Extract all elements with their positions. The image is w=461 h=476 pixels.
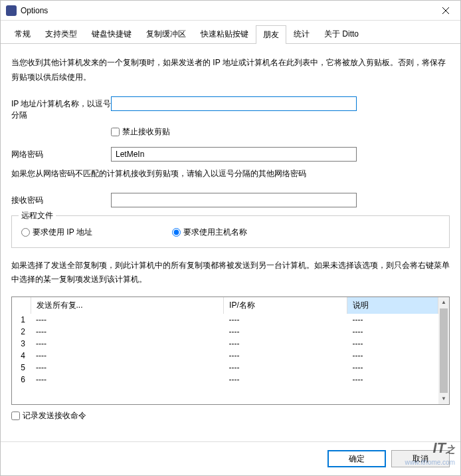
table-row[interactable]: 1------------ — [12, 314, 438, 326]
intro-description: 当您收到其他计算机发来的一个复制项时，如果发送者的 IP 地址或计算机名在此列表… — [11, 56, 450, 84]
log-send-recv-label: 记录发送接收命令 — [23, 410, 86, 421]
radio-require-ip-input[interactable] — [21, 228, 30, 237]
network-password-label: 网络密码 — [11, 147, 111, 162]
block-receive-row[interactable]: 禁止接收剪贴 — [111, 126, 170, 138]
log-send-recv-row[interactable]: 记录发送接收命令 — [11, 410, 450, 421]
table-scrollbar[interactable]: ▲ ▼ — [438, 297, 449, 404]
table-row[interactable]: 3------------ — [12, 338, 438, 350]
tab-content: 当您收到其他计算机发来的一个复制项时，如果发送者的 IP 地址或计算机名在此列表… — [1, 44, 460, 441]
table-row[interactable]: 4------------ — [12, 350, 438, 362]
table-row[interactable]: 2------------ — [12, 326, 438, 338]
tab-about[interactable]: 关于 Ditto — [317, 25, 366, 43]
network-password-input[interactable] — [111, 147, 357, 162]
scroll-up-button[interactable]: ▲ — [438, 297, 449, 308]
send-all-description: 如果选择了发送全部复制项，则此计算机中的所有复制项都将被发送到另一台计算机。如果… — [11, 259, 450, 287]
tab-general[interactable]: 常规 — [7, 25, 38, 43]
network-password-hint: 如果您从网络密码不匹配的计算机接收到剪贴项，请输入以逗号分隔的其他网络密码 — [11, 167, 450, 180]
remote-files-group: 远程文件 要求使用 IP 地址 要求使用主机名称 — [11, 215, 450, 248]
radio-require-ip-label: 要求使用 IP 地址 — [33, 227, 92, 238]
watermark-logo: IT之 — [432, 439, 455, 457]
tab-friends[interactable]: 朋友 — [256, 25, 286, 44]
tab-copy-buffers[interactable]: 复制缓冲区 — [139, 25, 193, 43]
col-description[interactable]: 说明 — [347, 297, 438, 314]
watermark-url: www.ithome.com — [405, 459, 455, 466]
log-send-recv-checkbox[interactable] — [11, 412, 20, 420]
tab-quick-paste-keyboard[interactable]: 快速粘贴按键 — [193, 25, 256, 43]
block-receive-label: 禁止接收剪贴 — [122, 126, 170, 138]
col-ip-name[interactable]: IP/名称 — [224, 297, 347, 314]
friends-table[interactable]: 发送所有复... IP/名称 说明 1------------2--------… — [12, 297, 438, 386]
receive-password-label: 接收密码 — [11, 193, 111, 207]
table-row[interactable]: 6------------ — [12, 374, 438, 386]
radio-require-hostname-input[interactable] — [172, 228, 181, 237]
friends-table-wrap: 发送所有复... IP/名称 说明 1------------2--------… — [11, 297, 450, 405]
ok-button[interactable]: 确定 — [327, 450, 386, 467]
scroll-down-button[interactable]: ▼ — [438, 394, 449, 404]
tab-keyboard-shortcuts[interactable]: 键盘快捷键 — [84, 25, 139, 43]
dialog-buttons: 确定 取消 — [1, 441, 460, 475]
radio-require-ip[interactable]: 要求使用 IP 地址 — [21, 227, 92, 238]
tab-supported-types[interactable]: 支持类型 — [38, 25, 84, 43]
block-receive-checkbox[interactable] — [111, 128, 120, 136]
window-title: Options — [21, 6, 430, 15]
ip-label: IP 地址/计算机名称，以逗号分隔 — [11, 96, 111, 121]
col-send-all[interactable]: 发送所有复... — [31, 297, 224, 314]
radio-require-hostname[interactable]: 要求使用主机名称 — [172, 227, 247, 238]
close-icon — [442, 7, 449, 14]
app-icon — [6, 5, 17, 16]
tab-stats[interactable]: 统计 — [286, 25, 317, 43]
table-row[interactable]: 5------------ — [12, 362, 438, 374]
receive-password-input[interactable] — [111, 193, 357, 207]
close-button[interactable] — [430, 1, 460, 21]
tabs-row: 常规 支持类型 键盘快捷键 复制缓冲区 快速粘贴按键 朋友 统计 关于 Ditt… — [1, 21, 460, 44]
ip-input[interactable] — [111, 96, 357, 111]
remote-files-legend: 远程文件 — [19, 210, 56, 221]
window-titlebar: Options — [1, 1, 460, 21]
radio-require-hostname-label: 要求使用主机名称 — [183, 227, 247, 238]
scroll-thumb[interactable] — [440, 308, 448, 393]
